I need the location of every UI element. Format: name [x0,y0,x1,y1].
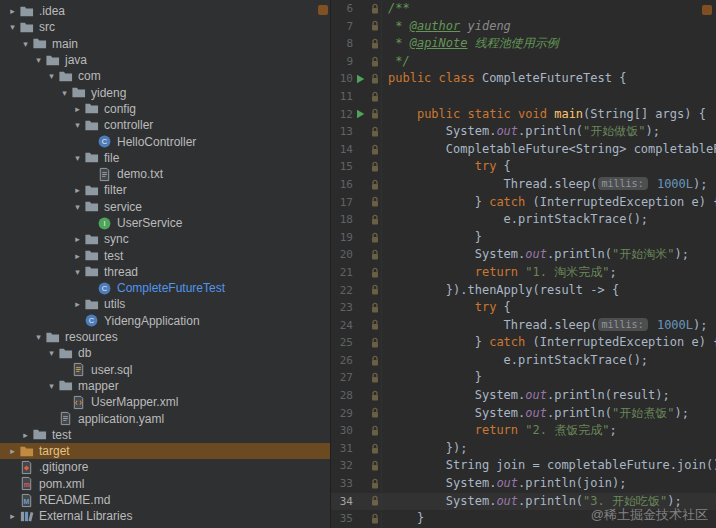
line-number[interactable]: 33 [331,475,353,493]
tree-item-resources[interactable]: ▾resources [0,329,330,345]
tree-item-main[interactable]: ▾main [0,36,330,52]
line-number[interactable]: 21 [331,264,353,282]
chevron-right-icon[interactable]: ▸ [71,248,84,264]
tree-item-usermapper-xml[interactable]: UserMapper.xml [0,394,330,410]
chevron-down-icon[interactable]: ▾ [45,345,58,361]
chevron-right-icon[interactable]: ▸ [71,101,84,117]
line-number[interactable]: 12 [331,106,353,124]
line-number[interactable]: 34 [331,493,353,511]
tree-item-userservice[interactable]: IUserService [0,215,330,231]
code-line-28[interactable]: 28 System.out.println(result); [331,387,716,405]
tree-item-service[interactable]: ▾service [0,199,330,215]
line-number[interactable]: 8 [331,35,353,53]
chevron-down-icon[interactable]: ▾ [71,199,84,215]
line-number[interactable]: 19 [331,229,353,247]
code-line-27[interactable]: 27 } [331,369,716,387]
code-line-29[interactable]: 29 System.out.println("开始煮饭"); [331,405,716,423]
code-line-21[interactable]: 21 return "1. 淘米完成"; [331,264,716,282]
tree-item-yidengapplication[interactable]: CYidengApplication [0,313,330,329]
line-number[interactable]: 26 [331,352,353,370]
tree-item-application-yaml[interactable]: application.yaml [0,410,330,426]
line-number[interactable]: 18 [331,211,353,229]
line-number[interactable]: 7 [331,18,353,36]
code-line-17[interactable]: 17 } catch (InterruptedException e) { [331,194,716,212]
tree-item-controller[interactable]: ▾controller [0,117,330,133]
tree-item-utils[interactable]: ▸utils [0,296,330,312]
code-line-25[interactable]: 25 } catch (InterruptedException e) { [331,334,716,352]
chevron-down-icon[interactable]: ▾ [58,85,71,101]
chevron-right-icon[interactable]: ▸ [71,182,84,198]
tree-item-completefuturetest[interactable]: CCompleteFutureTest [0,280,330,296]
line-number[interactable]: 20 [331,246,353,264]
line-number[interactable]: 10 [331,70,353,88]
chevron-down-icon[interactable]: ▾ [32,329,45,345]
code-line-23[interactable]: 23 try { [331,299,716,317]
tree-item-demo-txt[interactable]: demo.txt [0,166,330,182]
line-number[interactable]: 32 [331,457,353,475]
line-number[interactable]: 31 [331,440,353,458]
tree-item-external-libraries[interactable]: ▸External Libraries [0,508,330,524]
code-line-10[interactable]: 10public class CompleteFutureTest { [331,70,716,88]
line-number[interactable]: 14 [331,141,353,159]
line-number[interactable]: 29 [331,405,353,423]
code-line-11[interactable]: 11 [331,88,716,106]
tree-item-config[interactable]: ▸config [0,101,330,117]
chevron-down-icon[interactable]: ▾ [32,52,45,68]
tree-item-java[interactable]: ▾java [0,52,330,68]
code-line-33[interactable]: 33 System.out.println(join); [331,475,716,493]
run-button[interactable] [353,74,368,84]
line-number[interactable]: 9 [331,53,353,71]
code-line-24[interactable]: 24 Thread.sleep(millis: 1000L); [331,317,716,335]
tree-item-com[interactable]: ▾com [0,68,330,84]
line-number[interactable]: 6 [331,0,353,18]
tree-item-thread[interactable]: ▾thread [0,264,330,280]
tree-item-db[interactable]: ▾db [0,345,330,361]
chevron-right-icon[interactable]: ▸ [71,231,84,247]
chevron-down-icon[interactable]: ▾ [71,264,84,280]
code-line-32[interactable]: 32 String join = completableFuture.join(… [331,457,716,475]
code-line-31[interactable]: 31 }); [331,440,716,458]
tree-item-target[interactable]: ▸target [0,443,330,459]
chevron-down-icon[interactable]: ▾ [71,150,84,166]
code-line-20[interactable]: 20 System.out.println("开始淘米"); [331,246,716,264]
chevron-down-icon[interactable]: ▾ [71,117,84,133]
code-line-13[interactable]: 13 System.out.println("开始做饭"); [331,123,716,141]
tree-item-mapper[interactable]: ▾mapper [0,378,330,394]
tree-item-gitignore[interactable]: .gitignore [0,459,330,475]
line-number[interactable]: 22 [331,282,353,300]
line-number[interactable]: 28 [331,387,353,405]
code-line-18[interactable]: 18 e.printStackTrace(); [331,211,716,229]
code-line-6[interactable]: 6/** [331,0,716,18]
code-line-19[interactable]: 19 } [331,229,716,247]
line-number[interactable]: 11 [331,88,353,106]
code-line-30[interactable]: 30 return "2. 煮饭完成"; [331,422,716,440]
run-button[interactable] [353,109,368,119]
chevron-down-icon[interactable]: ▾ [6,19,19,35]
code-line-15[interactable]: 15 try { [331,158,716,176]
line-number[interactable]: 17 [331,194,353,212]
tree-item-hellocontroller[interactable]: CHelloController [0,133,330,149]
tree-item-sync[interactable]: ▸sync [0,231,330,247]
line-number[interactable]: 15 [331,158,353,176]
code-line-7[interactable]: 7 * @author yideng [331,18,716,36]
chevron-right-icon[interactable]: ▸ [71,296,84,312]
chevron-down-icon[interactable]: ▾ [45,68,58,84]
line-number[interactable]: 30 [331,422,353,440]
tree-item-test[interactable]: ▸test [0,247,330,263]
chevron-right-icon[interactable]: ▸ [19,427,32,443]
tree-item-pom-xml[interactable]: mpom.xml [0,476,330,492]
line-number[interactable]: 13 [331,123,353,141]
tree-item-user-sql[interactable]: user.sql [0,362,330,378]
line-number[interactable]: 35 [331,510,353,528]
line-number[interactable]: 16 [331,176,353,194]
chevron-right-icon[interactable]: ▸ [6,508,19,524]
code-line-22[interactable]: 22 }).thenApply(result -> { [331,282,716,300]
line-number[interactable]: 23 [331,299,353,317]
chevron-right-icon[interactable]: ▸ [6,443,19,459]
tree-item-idea[interactable]: ▸.idea [0,3,330,19]
code-line-14[interactable]: 14 CompletableFuture<String> completable… [331,141,716,159]
code-line-9[interactable]: 9 */ [331,53,716,71]
chevron-down-icon[interactable]: ▾ [45,378,58,394]
line-number[interactable]: 24 [331,317,353,335]
code-line-8[interactable]: 8 * @apiNote 线程池使用示例 [331,35,716,53]
